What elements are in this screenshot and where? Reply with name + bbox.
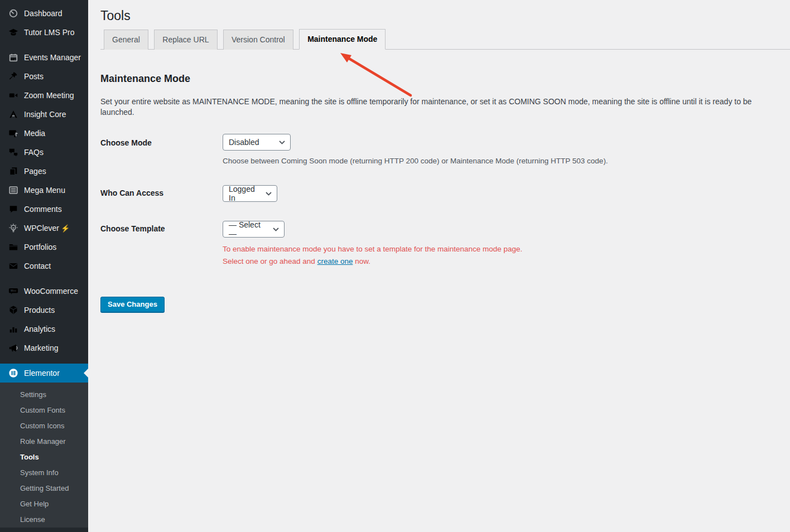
submenu-item-license[interactable]: License bbox=[0, 512, 88, 528]
sidebar-item-posts[interactable]: Posts bbox=[0, 67, 88, 86]
comment-bubble-icon bbox=[8, 204, 19, 215]
save-changes-button[interactable]: Save Changes bbox=[100, 297, 165, 312]
choose-mode-row: Choose Mode Disabled Choose between Comi… bbox=[100, 134, 779, 166]
sidebar-item-events-manager[interactable]: Events Manager bbox=[0, 48, 88, 67]
sidebar-item-woocommerce[interactable]: Woo WooCommerce bbox=[0, 282, 88, 301]
submenu-item-getting-started[interactable]: Getting Started bbox=[0, 481, 88, 496]
tab-bar: General Replace URL Version Control Main… bbox=[100, 29, 790, 50]
sidebar-item-faqs[interactable]: FAQs bbox=[0, 143, 88, 162]
sidebar-item-comments[interactable]: Comments bbox=[0, 200, 88, 219]
video-camera-icon bbox=[8, 90, 19, 101]
choose-template-label: Choose Template bbox=[100, 220, 223, 268]
chevron-down-icon bbox=[279, 141, 285, 144]
submenu-item-system-info[interactable]: System Info bbox=[0, 465, 88, 481]
list-box-icon bbox=[8, 185, 19, 196]
elementor-submenu: Settings Custom Fonts Custom Icons Role … bbox=[0, 383, 88, 528]
pushpin-icon bbox=[8, 71, 19, 82]
choose-template-field: — Select — To enable maintenance mode yo… bbox=[223, 220, 522, 268]
sidebar-item-media[interactable]: Media bbox=[0, 124, 88, 143]
dashboard-icon bbox=[8, 8, 19, 19]
sidebar-item-mega-menu[interactable]: Mega Menu bbox=[0, 181, 88, 200]
tab-version-control[interactable]: Version Control bbox=[223, 30, 293, 50]
lightning-icon: ⚡ bbox=[61, 224, 70, 233]
template-error-line1: To enable maintenance mode you have to s… bbox=[223, 243, 522, 255]
lightbulb-icon bbox=[8, 223, 19, 234]
who-can-access-field: Logged In bbox=[223, 184, 277, 202]
choose-template-select[interactable]: — Select — bbox=[223, 221, 285, 238]
create-one-link[interactable]: create one bbox=[317, 257, 353, 265]
calendar-icon bbox=[8, 52, 19, 63]
sidebar-item-dashboard[interactable]: Dashboard bbox=[0, 4, 88, 23]
sidebar-item-pages[interactable]: Pages bbox=[0, 162, 88, 181]
admin-menu: Dashboard Tutor LMS Pro Events Manager P… bbox=[0, 0, 88, 528]
submenu-item-get-help[interactable]: Get Help bbox=[0, 496, 88, 512]
sidebar-item-marketing[interactable]: Marketing bbox=[0, 338, 88, 357]
submenu-item-settings[interactable]: Settings bbox=[0, 387, 88, 403]
sidebar-item-wpclever[interactable]: WPClever ⚡ bbox=[0, 219, 88, 238]
template-error-line2: Select one or go ahead and create one no… bbox=[223, 255, 522, 268]
choose-template-row: Choose Template — Select — To enable mai… bbox=[100, 220, 779, 268]
chat-bubbles-icon bbox=[8, 147, 19, 158]
submenu-item-custom-icons[interactable]: Custom Icons bbox=[0, 418, 88, 434]
tab-general[interactable]: General bbox=[104, 30, 148, 50]
submenu-item-custom-fonts[interactable]: Custom Fonts bbox=[0, 403, 88, 418]
who-can-access-select[interactable]: Logged In bbox=[223, 185, 277, 202]
megaphone-icon bbox=[8, 342, 19, 354]
sidebar-item-tutor-lms-pro[interactable]: Tutor LMS Pro bbox=[0, 23, 88, 42]
choose-mode-field: Disabled Choose between Coming Soon mode… bbox=[223, 134, 608, 166]
choose-mode-select[interactable]: Disabled bbox=[223, 134, 291, 151]
section-description: Set your entire website as MAINTENANCE M… bbox=[100, 96, 779, 118]
sidebar-item-portfolios[interactable]: Portfolios bbox=[0, 238, 88, 257]
submenu-item-role-manager[interactable]: Role Manager bbox=[0, 434, 88, 449]
choose-template-value: — Select — bbox=[229, 220, 267, 238]
choose-mode-value: Disabled bbox=[229, 138, 259, 147]
sidebar-item-analytics[interactable]: Analytics bbox=[0, 320, 88, 338]
sidebar-item-elementor[interactable]: Elementor bbox=[0, 364, 88, 383]
graduation-cap-icon bbox=[8, 27, 19, 38]
media-icon bbox=[8, 128, 19, 139]
main-content: Tools General Replace URL Version Contro… bbox=[88, 0, 790, 532]
folder-icon bbox=[8, 241, 19, 253]
svg-text:Woo: Woo bbox=[11, 289, 16, 292]
insight-core-logo-icon bbox=[8, 109, 19, 120]
sidebar-item-contact[interactable]: Contact bbox=[0, 257, 88, 275]
choose-mode-label: Choose Mode bbox=[100, 134, 223, 166]
sidebar-item-insight-core[interactable]: Insight Core bbox=[0, 105, 88, 124]
woocommerce-icon: Woo bbox=[8, 286, 19, 297]
page-title: Tools bbox=[100, 8, 779, 24]
choose-mode-help: Choose between Coming Soon mode (returni… bbox=[223, 156, 608, 166]
chevron-down-icon bbox=[273, 228, 279, 231]
cube-icon bbox=[8, 304, 19, 316]
sidebar-item-products[interactable]: Products bbox=[0, 301, 88, 320]
section-heading: Maintenance Mode bbox=[100, 73, 779, 85]
submenu-item-tools[interactable]: Tools bbox=[0, 449, 88, 465]
elementor-logo-icon bbox=[8, 367, 19, 379]
chevron-down-icon bbox=[266, 192, 272, 196]
maintenance-form: Choose Mode Disabled Choose between Comi… bbox=[100, 134, 779, 268]
tab-maintenance-mode[interactable]: Maintenance Mode bbox=[299, 29, 386, 50]
who-can-access-value: Logged In bbox=[229, 185, 260, 202]
template-error-notice: To enable maintenance mode you have to s… bbox=[223, 243, 522, 268]
admin-sidebar: Dashboard Tutor LMS Pro Events Manager P… bbox=[0, 0, 88, 532]
pages-icon bbox=[8, 166, 19, 177]
tab-replace-url[interactable]: Replace URL bbox=[154, 30, 217, 50]
who-can-access-label: Who Can Access bbox=[100, 184, 223, 202]
envelope-icon bbox=[8, 260, 19, 272]
sidebar-item-zoom-meeting[interactable]: Zoom Meeting bbox=[0, 86, 88, 105]
who-can-access-row: Who Can Access Logged In bbox=[100, 184, 779, 202]
bar-chart-icon bbox=[8, 323, 19, 335]
